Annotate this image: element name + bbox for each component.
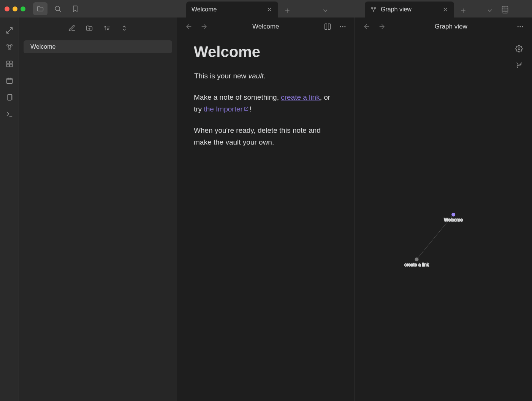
editor-pane-header: Welcome <box>177 18 355 36</box>
graph-svg: Welcome create a link <box>355 36 532 401</box>
graph-node-create-link[interactable] <box>415 258 418 261</box>
bookmark-icon[interactable] <box>68 2 82 15</box>
svg-point-8 <box>8 48 10 50</box>
external-link-icon <box>244 106 250 112</box>
graph-canvas[interactable]: Welcome create a link <box>355 36 532 401</box>
more-options-icon[interactable] <box>514 20 527 33</box>
svg-rect-9 <box>6 61 9 64</box>
graph-view-icon[interactable] <box>3 40 16 54</box>
file-explorer-toolbar <box>19 18 177 39</box>
titlebar-left-icons <box>33 2 82 15</box>
svg-rect-12 <box>10 64 12 67</box>
internal-link-create[interactable]: create a link <box>281 93 320 101</box>
note-body: This is your new vault. Make a note of s… <box>194 70 338 148</box>
reading-mode-icon[interactable] <box>321 20 334 33</box>
right-sidebar-toggle-icon[interactable] <box>498 4 512 18</box>
note-content[interactable]: Welcome This is your new vault. Make a n… <box>177 36 355 401</box>
tab-group-right: Graph view <box>365 0 512 18</box>
graph-controls <box>512 42 526 72</box>
close-window-button[interactable] <box>5 6 10 11</box>
maximize-window-button[interactable] <box>21 6 25 11</box>
window-controls <box>5 6 25 11</box>
pane-title: Graph view <box>391 23 512 30</box>
tab-group-left: Welcome <box>186 0 332 18</box>
svg-point-16 <box>344 26 345 27</box>
svg-point-17 <box>518 26 519 27</box>
sort-icon[interactable] <box>100 22 113 35</box>
minimize-window-button[interactable] <box>13 6 17 11</box>
tab-dropdown-button[interactable] <box>483 4 497 18</box>
nav-forward-icon[interactable] <box>198 20 211 33</box>
note-paragraph: Make a note of something, create a link,… <box>194 92 338 115</box>
collapse-icon[interactable] <box>118 22 131 35</box>
note-paragraph: This is your new vault. <box>194 70 338 82</box>
file-name: Welcome <box>30 43 55 50</box>
graph-icon <box>370 6 377 13</box>
tab-label: Welcome <box>192 6 217 13</box>
tab-welcome[interactable]: Welcome <box>186 2 278 18</box>
svg-point-14 <box>340 26 341 27</box>
canvas-icon[interactable] <box>3 57 16 71</box>
nav-forward-icon[interactable] <box>375 20 388 33</box>
nav-back-icon[interactable] <box>360 20 373 33</box>
svg-point-0 <box>55 6 60 11</box>
left-ribbon <box>0 18 19 401</box>
close-icon[interactable] <box>442 6 449 13</box>
command-palette-icon[interactable] <box>3 107 16 121</box>
graph-node-label: create a link <box>404 262 429 267</box>
new-tab-button[interactable] <box>280 4 294 18</box>
tab-dropdown-button[interactable] <box>318 4 332 18</box>
graph-node-label: Welcome <box>444 217 463 223</box>
templates-icon[interactable] <box>3 91 16 104</box>
pane-title: Welcome <box>213 23 319 30</box>
graph-node-welcome[interactable] <box>451 213 455 216</box>
titlebar: Welcome Graph view <box>0 0 532 18</box>
svg-rect-13 <box>6 78 12 83</box>
editor-pane: Welcome Welcome This is your new vault. … <box>177 18 355 401</box>
graph-settings-icon[interactable] <box>512 42 526 56</box>
new-tab-button[interactable] <box>456 4 470 18</box>
graph-filter-icon[interactable] <box>512 59 526 72</box>
tab-graph-view[interactable]: Graph view <box>365 2 454 18</box>
file-explorer-sidebar: Welcome <box>19 18 177 401</box>
files-icon[interactable] <box>33 2 48 15</box>
svg-rect-5 <box>502 8 508 13</box>
nav-back-icon[interactable] <box>182 20 195 33</box>
svg-rect-11 <box>6 64 9 67</box>
daily-note-icon[interactable] <box>3 74 16 88</box>
close-icon[interactable] <box>266 6 273 13</box>
external-link-importer[interactable]: the Importer <box>204 105 249 113</box>
graph-pane: Graph view Welcome <box>355 18 532 401</box>
note-paragraph: When you're ready, delete this note and … <box>194 125 338 148</box>
svg-rect-10 <box>10 61 12 64</box>
note-title: Welcome <box>194 43 338 60</box>
new-note-icon[interactable] <box>65 22 78 35</box>
search-icon[interactable] <box>51 2 65 15</box>
panes-container: Welcome Welcome This is your new vault. … <box>177 18 532 401</box>
main: Welcome Welcome <box>0 18 532 401</box>
file-tree: Welcome <box>19 39 177 55</box>
more-options-icon[interactable] <box>336 20 349 33</box>
quick-switcher-icon[interactable] <box>3 24 16 37</box>
file-item-welcome[interactable]: Welcome <box>24 40 172 53</box>
graph-pane-header: Graph view <box>355 18 532 36</box>
new-folder-icon[interactable] <box>83 22 96 35</box>
svg-point-19 <box>522 26 523 27</box>
svg-point-20 <box>518 48 520 50</box>
svg-point-18 <box>520 26 521 27</box>
svg-point-15 <box>342 26 343 27</box>
tab-label: Graph view <box>381 6 412 13</box>
svg-point-4 <box>373 10 374 11</box>
